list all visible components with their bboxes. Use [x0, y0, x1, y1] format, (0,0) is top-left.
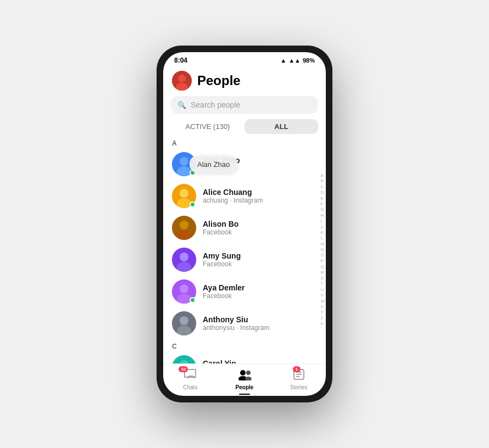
status-bar: 8:04 ▲ ▲▲ 98%	[163, 52, 326, 66]
contact-item[interactable]: Alice Chuang achuang · Instagram	[163, 180, 326, 212]
svg-point-19	[180, 316, 188, 325]
contact-name: Anthony Siu	[203, 315, 317, 324]
nav-item-stories[interactable]: 1 Stories	[271, 368, 326, 390]
header: People	[163, 66, 326, 96]
tooltip-bubble: Alan Zhao	[190, 156, 237, 173]
avatar-wrap	[172, 184, 196, 208]
svg-point-27	[240, 370, 246, 376]
contacts-list: A Alan Zhao Facebook	[163, 136, 326, 363]
search-bar[interactable]: 🔍 Search people	[171, 96, 318, 114]
online-indicator	[190, 201, 196, 208]
avatar	[172, 355, 196, 363]
contact-item[interactable]: Amy Sung Facebook	[163, 244, 326, 276]
search-placeholder: Search people	[191, 100, 240, 109]
svg-point-1	[178, 75, 186, 82]
stories-badge: 1	[293, 366, 301, 372]
chats-icon: 10	[184, 368, 197, 383]
avatar-wrap	[172, 279, 196, 304]
status-icons: ▲ ▲▲ 98%	[280, 57, 315, 64]
people-icon	[237, 368, 252, 383]
phone-screen: 8:04 ▲ ▲▲ 98% People 🔍 Search people	[163, 52, 326, 396]
phone-frame: 8:04 ▲ ▲▲ 98% People 🔍 Search people	[157, 46, 332, 402]
avatar-wrap	[172, 355, 196, 363]
contact-name: Amy Sung	[203, 251, 317, 260]
svg-point-29	[246, 371, 251, 375]
contact-item[interactable]: Alan Zhao Facebook Alan Zhao	[163, 148, 326, 180]
contact-info: Anthony Siu anthonysiu · Instagram	[203, 315, 317, 332]
alphabet-index[interactable]: A B C D E F G H I J K L M N O P Q R S T	[320, 173, 325, 327]
chats-badge: 10	[179, 366, 188, 372]
active-indicator	[239, 394, 250, 395]
avatar-wrap	[172, 311, 196, 335]
contact-name: Alice Chuang	[203, 188, 317, 197]
contact-info: Alice Chuang achuang · Instagram	[203, 188, 317, 204]
contact-item[interactable]: Carol Yip carolyip · Instagram	[163, 351, 326, 363]
nav-item-people[interactable]: People	[218, 368, 272, 390]
contact-info: Alison Bo Facebook	[203, 220, 317, 236]
user-avatar[interactable]	[172, 71, 192, 91]
contact-sub: Facebook	[203, 260, 317, 268]
svg-point-16	[180, 284, 188, 293]
signal-icon: ▲▲	[288, 57, 301, 64]
tabs-bar: ACTIVE (130) ALL	[171, 119, 318, 134]
section-header-a: A	[163, 136, 326, 148]
section-header-c: C	[163, 339, 326, 351]
contact-sub: achuang · Instagram	[203, 197, 317, 204]
contact-info: Aya Demler Facebook	[203, 283, 317, 300]
contact-item[interactable]: Anthony Siu anthonysiu · Instagram	[163, 307, 326, 339]
contact-info: Carol Yip carolyip · Instagram	[203, 359, 317, 363]
contact-sub: anthonysiu · Instagram	[203, 324, 317, 332]
contact-sub: Facebook	[203, 228, 317, 236]
tab-active[interactable]: ACTIVE (130)	[171, 119, 244, 134]
online-indicator	[190, 297, 196, 303]
avatar-wrap	[172, 216, 196, 240]
stories-icon: 1	[293, 368, 305, 383]
nav-item-chats[interactable]: 10 Chats	[163, 368, 218, 390]
svg-point-10	[180, 221, 188, 229]
contact-item[interactable]: Alison Bo Facebook	[163, 212, 326, 244]
svg-point-4	[180, 157, 188, 166]
contact-sub: Facebook	[203, 292, 317, 300]
status-time: 8:04	[174, 57, 187, 64]
contact-name: Carol Yip	[203, 359, 317, 363]
battery-indicator: 98%	[303, 57, 315, 64]
contact-info: Amy Sung Facebook	[203, 251, 317, 268]
nav-label-people: People	[236, 384, 254, 390]
avatar	[172, 216, 196, 240]
bottom-navigation: 10 Chats People	[163, 363, 326, 396]
svg-point-13	[180, 253, 188, 261]
contact-item[interactable]: Aya Demler Facebook	[163, 276, 326, 307]
wifi-icon: ▲	[280, 57, 286, 64]
svg-point-7	[180, 189, 188, 198]
nav-label-stories: Stories	[290, 384, 307, 390]
search-icon: 🔍	[177, 101, 186, 109]
avatar	[172, 248, 196, 272]
nav-label-chats: Chats	[183, 384, 197, 390]
page-title: People	[197, 73, 241, 88]
contact-name: Aya Demler	[203, 283, 317, 292]
avatar-wrap	[172, 248, 196, 272]
tab-all[interactable]: ALL	[244, 119, 318, 134]
avatar	[172, 311, 196, 335]
contact-name: Alison Bo	[203, 220, 317, 228]
